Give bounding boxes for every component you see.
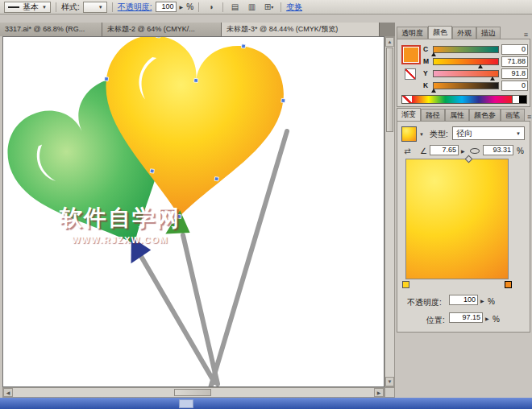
gradient-preset-caret-icon[interactable]: ▼ [419, 132, 424, 137]
panel-menu-icon[interactable]: ≡ [522, 31, 530, 39]
yellow-slider[interactable] [433, 70, 499, 77]
doc-tab-label: 未标题-3* @ 84.44% (CMYK/预览) [227, 25, 338, 33]
gradient-type-value: 径向 [456, 128, 472, 139]
align-options-button[interactable]: ⊞▾ [262, 2, 276, 13]
angle-icon: ∠ [420, 147, 427, 155]
gradient-stop-yellow[interactable] [402, 281, 409, 288]
scroll-left-button[interactable]: ◀ [3, 388, 13, 397]
black-value-input[interactable]: 0 [501, 81, 528, 91]
black-slider[interactable] [433, 82, 499, 89]
chevron-down-icon: ▼ [516, 131, 521, 136]
gradient-position-input[interactable]: 97.15 [449, 312, 483, 323]
watermark: 软件自学网 WWW.RJZXW.COM [44, 203, 197, 245]
color-wheel-icon: ◑ [209, 2, 214, 11]
tab-attributes[interactable]: 属性 [445, 109, 469, 121]
doc-tab-1[interactable]: 3317.ai* @ 68.8% (RG... [0, 23, 102, 36]
scroll-right-button[interactable]: ▶ [374, 388, 384, 397]
taskbar-button[interactable] [179, 399, 193, 408]
reverse-gradient-button[interactable]: ⇄ [401, 145, 414, 156]
magenta-channel-row: M 71.88 [423, 56, 528, 67]
gradient-aspect-input[interactable]: 93.31 [483, 145, 513, 155]
divider [56, 2, 56, 12]
horizontal-scrollbar-thumb[interactable] [174, 389, 211, 396]
scroll-up-button[interactable]: ▲ [385, 37, 394, 47]
scroll-down-button[interactable]: ▼ [385, 377, 394, 386]
profile-dropdown-label: 基本 [23, 2, 39, 13]
doc-tab-2[interactable]: 未标题-2 @ 64% (CMYK/... [102, 23, 222, 36]
transform-link[interactable]: 变换 [286, 2, 302, 13]
vertical-scrollbar[interactable]: ▲ ▼ [384, 36, 395, 387]
divider [281, 2, 281, 12]
cyan-channel-row: C 0 [423, 43, 528, 55]
cyan-value-input[interactable]: 0 [501, 44, 528, 55]
aspect-unit: % [517, 147, 524, 155]
white-swatch[interactable] [512, 96, 519, 103]
horizontal-scrollbar[interactable]: ◀ ▶ [2, 387, 384, 398]
gradient-preview[interactable] [405, 159, 509, 279]
vertical-scrollbar-thumb[interactable] [386, 48, 393, 132]
document-list-icon: ▥ [248, 2, 256, 11]
tab-color[interactable]: 颜色 [428, 26, 452, 39]
tab-gradient[interactable]: 渐变 [397, 108, 421, 121]
chevron-down-icon: ▼ [98, 5, 103, 10]
tab-transparency[interactable]: 透明度 [397, 27, 428, 39]
stroke-color-swatch[interactable] [405, 68, 416, 80]
yellow-value-input[interactable]: 91.8 [501, 68, 528, 79]
cyan-label: C [423, 45, 430, 53]
tab-pathfinder[interactable]: 路径 [421, 109, 445, 121]
gradient-swatch[interactable] [401, 126, 417, 142]
gradient-position-unit: % [493, 315, 500, 324]
cyan-slider[interactable] [433, 46, 499, 53]
opacity-spinner-icon[interactable]: ▶ [480, 298, 484, 304]
watermark-title: 软件自学网 [44, 203, 197, 233]
color-spectrum-ramp[interactable] [401, 95, 527, 104]
panel-menu-icon[interactable]: ≡ [525, 113, 532, 121]
recolor-artwork-button[interactable]: ◑ [204, 2, 218, 13]
artboard-canvas[interactable]: 软件自学网 WWW.RJZXW.COM [2, 36, 384, 387]
tab-color-guide[interactable]: 颜色参 [469, 109, 501, 121]
gradient-type-label: 类型: [430, 129, 448, 140]
style-dropdown[interactable]: ▼ [83, 2, 107, 13]
gradient-opacity-input[interactable]: 100 [449, 295, 478, 305]
opacity-spinner-icon[interactable]: ▶ [180, 4, 184, 10]
options-bar: 基本 ▼ 样式: ▼ 不透明度: 100 ▶ % ◑ ▤ ▥ ⊞▾ 变换 [0, 0, 532, 14]
opacity-input[interactable]: 100 [156, 2, 177, 12]
yellow-label: Y [423, 69, 430, 77]
divider [198, 2, 199, 12]
magenta-slider[interactable] [433, 58, 499, 65]
tab-stroke[interactable]: 描边 [476, 27, 501, 39]
document-tab-bar: 3317.ai* @ 68.8% (RG... 未标题-2 @ 64% (CMY… [0, 23, 395, 36]
divider [222, 2, 223, 12]
position-spinner-icon[interactable]: ▶ [485, 316, 489, 321]
opacity-link[interactable]: 不透明度: [118, 2, 152, 13]
gradient-position-label: 位置: [426, 315, 445, 326]
profile-dropdown[interactable]: 基本 ▼ [4, 2, 51, 13]
grid-icon: ⊞ [264, 2, 271, 11]
tab-label: 透明度 [401, 29, 423, 37]
reverse-gradient-icon: ⇄ [404, 147, 410, 155]
spectrum-gradient[interactable] [412, 96, 512, 103]
gradient-angle-input[interactable]: 7.65 [430, 145, 459, 155]
chevron-down-icon: ▾ [271, 5, 273, 10]
black-swatch[interactable] [519, 96, 526, 103]
tab-label: 属性 [450, 111, 464, 119]
chevron-down-icon: ▼ [42, 5, 47, 10]
gradient-midpoint-marker[interactable] [465, 155, 473, 163]
magenta-value-input[interactable]: 71.88 [501, 56, 528, 67]
gradient-type-select[interactable]: 径向 ▼ [452, 126, 525, 140]
isolate-selection-button[interactable]: ▤ [228, 2, 242, 13]
slider-marker-icon[interactable] [431, 89, 436, 93]
doc-tab-3-active[interactable]: 未标题-3* @ 84.44% (CMYK/预览) [222, 23, 380, 36]
gradient-stop-orange[interactable] [505, 281, 512, 288]
tab-brushes[interactable]: 画笔 [501, 109, 525, 121]
black-channel-row: K 0 [423, 80, 528, 91]
select-similar-button[interactable]: ▥ [245, 2, 259, 13]
tab-appearance[interactable]: 外观 [452, 27, 476, 39]
watermark-url: WWW.RJZXW.COM [44, 235, 197, 245]
gradient-panel-tab-bar: 渐变 路径 属性 颜色参 画笔 ≡ [397, 108, 530, 121]
angle-spinner-icon[interactable]: ▶ [461, 148, 465, 154]
scrollbar-corner [384, 387, 395, 398]
stroke-profile-icon [8, 6, 19, 8]
fill-color-swatch[interactable] [401, 45, 421, 64]
none-color-swatch[interactable] [402, 96, 412, 103]
